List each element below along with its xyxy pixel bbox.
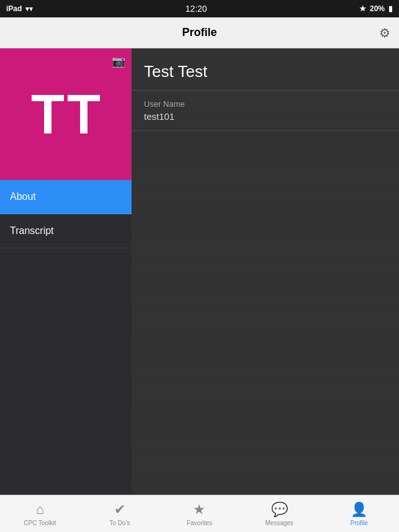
- sidebar-item-about[interactable]: About: [0, 180, 132, 214]
- t-stem: [44, 101, 52, 133]
- tab-profile[interactable]: 👤 Profile: [319, 495, 399, 532]
- avatar-area[interactable]: 📷: [0, 48, 132, 180]
- tab-messages[interactable]: 💬 Messages: [240, 495, 320, 532]
- tab-bar: ⌂ CPC Toolkit ✔ To Do's ★ Favorites 💬 Me…: [0, 495, 399, 532]
- t-stem: [80, 101, 87, 133]
- time-label: 12:20: [186, 4, 207, 14]
- tab-todos-label: To Do's: [109, 520, 130, 526]
- status-left: iPad ▾▾: [6, 4, 33, 13]
- tab-favorites-label: Favorites: [187, 520, 212, 526]
- t-top-bar: [68, 95, 100, 101]
- profile-name: Test Test: [132, 48, 399, 91]
- tab-cpc-toolkit[interactable]: ⌂ CPC Toolkit: [0, 495, 80, 532]
- profile-username-label: User Name: [144, 99, 387, 109]
- page-title: Profile: [182, 26, 217, 39]
- person-icon: 👤: [351, 502, 367, 518]
- wifi-icon: ▾▾: [25, 5, 33, 13]
- gear-icon[interactable]: ⚙: [379, 25, 390, 40]
- main-container: 📷 About Transcript Test Test U: [0, 48, 399, 495]
- battery-icon: ▮: [388, 4, 393, 13]
- initial-t1: [32, 95, 64, 133]
- messages-icon: 💬: [271, 502, 288, 518]
- sidebar: 📷 About Transcript: [0, 48, 132, 495]
- status-right: ★ 20% ▮: [359, 4, 393, 13]
- check-icon: ✔: [114, 502, 125, 518]
- camera-icon[interactable]: 📷: [112, 55, 125, 68]
- bluetooth-icon: ★: [359, 4, 366, 13]
- nav-bar: Profile ⚙: [0, 17, 399, 48]
- avatar-initials: [32, 95, 100, 133]
- carrier-label: iPad: [6, 4, 22, 13]
- initial-t2: [68, 95, 100, 133]
- sidebar-item-transcript[interactable]: Transcript: [0, 214, 132, 248]
- home-icon: ⌂: [36, 502, 44, 518]
- status-bar: iPad ▾▾ 12:20 ★ 20% ▮: [0, 0, 399, 17]
- star-icon: ★: [193, 502, 205, 518]
- tab-todos[interactable]: ✔ To Do's: [80, 495, 160, 532]
- content-area: Test Test User Name test101: [132, 48, 399, 495]
- tab-favorites[interactable]: ★ Favorites: [159, 495, 240, 532]
- profile-username-field: User Name test101: [132, 91, 399, 131]
- tab-messages-label: Messages: [265, 520, 294, 526]
- tab-profile-label: Profile: [350, 520, 367, 526]
- t-top-bar: [32, 95, 64, 101]
- tab-cpc-toolkit-label: CPC Toolkit: [24, 520, 56, 526]
- battery-percent: 20%: [370, 4, 385, 13]
- profile-username-value: test101: [144, 111, 387, 122]
